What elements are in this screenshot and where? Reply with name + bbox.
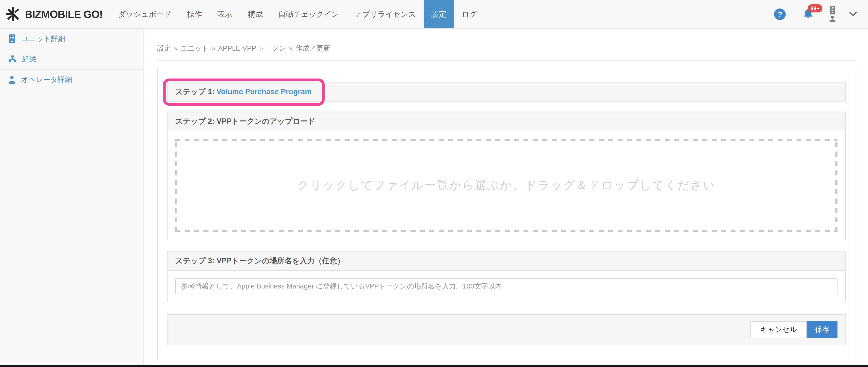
breadcrumb: 設定»ユニット»APPLE VPP トークン»作成／更新 — [157, 29, 856, 61]
nav-item-operations[interactable]: 操作 — [179, 0, 210, 28]
save-button[interactable]: 保存 — [807, 321, 837, 338]
person-icon — [829, 15, 836, 22]
step3-panel: ステップ 3: VPPトークンの場所名を入力（任意） — [167, 251, 846, 302]
breadcrumb-separator: » — [289, 44, 293, 52]
breadcrumb-apple-vpp-token[interactable]: APPLE VPP トークン — [218, 44, 286, 52]
volume-purchase-program-link[interactable]: Volume Purchase Program — [217, 88, 311, 96]
sidebar-item-label: オペレータ詳細 — [21, 75, 72, 85]
main-content: 設定»ユニット»APPLE VPP トークン»作成／更新 ステップ 1: Vol… — [144, 29, 868, 365]
nav-item-log[interactable]: ログ — [454, 0, 485, 28]
top-navbar: BIZMOBILE GO! ダッシュボード 操作 表示 構成 自動チェックイン … — [0, 0, 868, 29]
step3-header: ステップ 3: VPPトークンの場所名を入力（任意） — [167, 252, 845, 270]
dropzone-hint-text: クリックしてファイル一覧から選ぶか、ドラッグ＆ドロップしてください — [297, 177, 716, 193]
breadcrumb-create-update: 作成／更新 — [296, 44, 330, 52]
logo-text: BIZMOBILE GO! — [25, 8, 103, 20]
nav-item-configuration[interactable]: 構成 — [240, 0, 271, 28]
vpp-token-form-card: ステップ 1: Volume Purchase Program ステップ 2: … — [157, 68, 856, 361]
file-dropzone[interactable]: クリックしてファイル一覧から選ぶか、ドラッグ＆ドロップしてください — [175, 139, 837, 232]
notification-badge: 99+ — [808, 4, 822, 12]
cancel-button[interactable]: キャンセル — [750, 321, 807, 338]
nav-item-auto-checkin[interactable]: 自動チェックイン — [271, 0, 347, 28]
step1-header: ステップ 1: Volume Purchase Program — [167, 82, 845, 101]
breadcrumb-unit[interactable]: ユニット — [181, 44, 209, 52]
sidebar-item-operator-detail[interactable]: オペレータ詳細 — [0, 70, 144, 90]
nav-item-settings[interactable]: 設定 — [424, 0, 454, 28]
logo[interactable]: BIZMOBILE GO! — [0, 0, 111, 28]
help-icon[interactable]: ? — [774, 8, 786, 20]
person-icon — [8, 75, 16, 84]
chevron-down-icon[interactable] — [849, 11, 857, 16]
nav-item-dashboard[interactable]: ダッシュボード — [111, 0, 179, 28]
step3-body — [167, 270, 845, 302]
navbar-right-tools: ? 99+ — [774, 0, 868, 28]
breadcrumb-separator: » — [174, 44, 178, 52]
sidebar-item-label: ユニット詳細 — [22, 34, 66, 44]
step2-header: ステップ 2: VPPトークンのアップロード — [167, 112, 845, 131]
notifications-button[interactable]: 99+ — [802, 8, 814, 20]
nav-item-display[interactable]: 表示 — [210, 0, 240, 28]
main-menu: ダッシュボード 操作 表示 構成 自動チェックイン アプリライセンス 設定 ログ — [111, 0, 485, 28]
sidebar: ユニット詳細 組織 — [0, 29, 144, 365]
nav-item-app-license[interactable]: アプリライセンス — [347, 0, 424, 28]
app-window: BIZMOBILE GO! ダッシュボード 操作 表示 構成 自動チェックイン … — [0, 0, 868, 367]
step1-title-prefix: ステップ 1: — [175, 88, 217, 96]
sidebar-item-organization[interactable]: 組織 — [0, 49, 144, 70]
page-body: ユニット詳細 組織 — [0, 29, 868, 365]
building-icon — [8, 34, 16, 43]
org-chart-icon — [8, 55, 17, 63]
sidebar-item-label: 組織 — [22, 55, 37, 64]
step2-panel: ステップ 2: VPPトークンのアップロード クリックしてファイル一覧から選ぶか… — [167, 111, 846, 240]
window-bottom-edge — [0, 365, 868, 367]
company-icon — [829, 6, 836, 14]
step2-body: クリックしてファイル一覧から選ぶか、ドラッグ＆ドロップしてください — [167, 131, 845, 240]
form-action-bar: キャンセル保存 — [167, 314, 846, 345]
breadcrumb-settings[interactable]: 設定 — [157, 44, 171, 52]
step1-panel: ステップ 1: Volume Purchase Program — [167, 82, 846, 102]
logo-star-icon — [5, 6, 21, 22]
account-menu[interactable] — [829, 6, 836, 22]
sidebar-item-unit-detail[interactable]: ユニット詳細 — [0, 29, 144, 49]
vpp-location-name-input[interactable] — [175, 278, 837, 294]
breadcrumb-separator: » — [212, 44, 216, 52]
